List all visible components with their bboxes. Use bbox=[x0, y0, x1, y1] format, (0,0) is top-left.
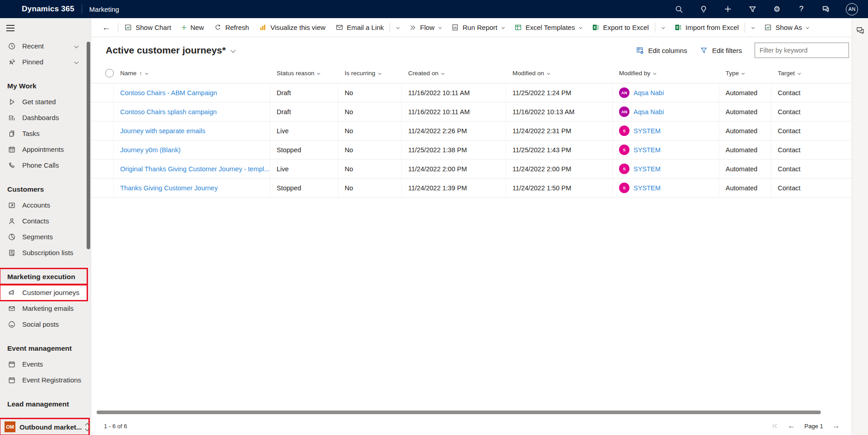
view-selector-chevron-icon[interactable] bbox=[230, 48, 235, 53]
excel-templates-button[interactable]: Excel Templates bbox=[509, 20, 587, 35]
table-row[interactable]: Contoso Chairs - ABM Campaign Draft No 1… bbox=[91, 83, 852, 102]
chevron-down-icon bbox=[751, 26, 755, 29]
email-a-link-button[interactable]: Email a Link bbox=[331, 20, 389, 35]
excel-x-icon bbox=[674, 24, 682, 31]
table-row[interactable]: Journey y0m (Blank) Stopped No 11/25/202… bbox=[91, 140, 852, 160]
sidebar-item-events[interactable]: Events bbox=[0, 356, 87, 372]
record-link[interactable]: Contoso Chairs splash campaign bbox=[120, 108, 217, 116]
record-link[interactable]: Journey with separate emails bbox=[120, 127, 205, 135]
pages-icon bbox=[7, 129, 16, 138]
visualize-this-view-button[interactable]: Visualize this view bbox=[254, 20, 330, 35]
edit-columns-button[interactable]: Edit columns bbox=[636, 46, 687, 54]
export-to-excel-button[interactable]: Export to Excel bbox=[587, 20, 654, 35]
show-as-button[interactable]: Show As bbox=[759, 20, 814, 35]
flow-button[interactable]: Flow bbox=[404, 20, 446, 35]
filter-icon[interactable] bbox=[748, 5, 757, 14]
sidebar-item-dashboards[interactable]: Dashboards bbox=[0, 110, 87, 126]
sidebar-item-pinned[interactable]: Pinned bbox=[0, 54, 87, 70]
menu-icon[interactable] bbox=[0, 18, 91, 38]
sidebar-item-contacts[interactable]: Contacts bbox=[0, 213, 87, 229]
sidebar-scrollbar[interactable] bbox=[87, 42, 90, 249]
sidebar-section-my-work: My Work bbox=[0, 78, 87, 94]
column-header-target[interactable]: Target bbox=[771, 63, 852, 83]
sidebar-item-event-registrations[interactable]: Event Registrations bbox=[0, 372, 87, 388]
import-from-excel-more-button[interactable] bbox=[746, 20, 759, 35]
side-pane-rail bbox=[852, 18, 868, 435]
column-header-is-recurring[interactable]: Is recurring bbox=[338, 63, 402, 83]
column-header-created-on[interactable]: Created on bbox=[402, 63, 506, 83]
record-link[interactable]: Original Thanks Giving Customer Journey … bbox=[120, 165, 269, 173]
sidebar-item-subscription-lists[interactable]: Subscription lists bbox=[0, 245, 87, 261]
scrollbar-thumb[interactable] bbox=[97, 411, 821, 414]
user-link[interactable]: SYSTEM bbox=[634, 146, 661, 154]
app-name[interactable]: Marketing bbox=[89, 5, 119, 13]
table-body: Contoso Chairs - ABM Campaign Draft No 1… bbox=[91, 83, 852, 198]
nav-divider bbox=[82, 5, 82, 14]
settings-gear-icon[interactable]: ⚙ bbox=[772, 5, 781, 14]
table-row[interactable]: Original Thanks Giving Customer Journey … bbox=[91, 160, 852, 179]
user-avatar[interactable]: AN bbox=[846, 3, 858, 15]
sidebar-item-recent[interactable]: Recent bbox=[0, 38, 87, 54]
area-switcher-outbound-marketing[interactable]: OM Outbound market... bbox=[0, 419, 89, 435]
sidebar-item-social-posts[interactable]: Social posts bbox=[0, 316, 87, 332]
back-arrow-icon[interactable]: ← bbox=[96, 23, 117, 33]
column-header-modified-on[interactable]: Modified on bbox=[506, 63, 613, 83]
help-icon[interactable]: ? bbox=[797, 5, 806, 14]
sidebar-item-customer-journeys[interactable]: Customer journeys bbox=[0, 285, 87, 300]
user-link[interactable]: Aqsa Nabi bbox=[634, 108, 664, 116]
email-a-link-more-button[interactable] bbox=[391, 20, 404, 35]
user-link[interactable]: SYSTEM bbox=[634, 165, 661, 173]
sidebar-item-phone-calls[interactable]: Phone Calls bbox=[0, 157, 87, 173]
first-page-icon[interactable] bbox=[771, 422, 779, 430]
table-row[interactable]: Journey with separate emails Live No 11/… bbox=[91, 121, 852, 140]
table-row[interactable]: Contoso Chairs splash campaign Draft No … bbox=[91, 102, 852, 121]
user-link[interactable]: SYSTEM bbox=[634, 127, 661, 135]
person-icon bbox=[7, 217, 16, 226]
filter-by-keyword-input[interactable] bbox=[755, 43, 849, 58]
play-icon bbox=[7, 97, 16, 106]
new-button[interactable]: + New bbox=[176, 20, 209, 35]
chevron-down-icon[interactable] bbox=[74, 44, 79, 48]
search-icon[interactable] bbox=[674, 5, 683, 14]
area-badge: OM bbox=[5, 421, 15, 432]
dynamics-365-logo[interactable]: Dynamics 365 bbox=[22, 5, 74, 14]
lightbulb-icon[interactable] bbox=[699, 5, 708, 14]
select-all-checkbox[interactable] bbox=[91, 63, 114, 83]
import-from-excel-button[interactable]: Import from Excel bbox=[669, 20, 744, 35]
sidebar-item-accounts[interactable]: Accounts bbox=[0, 197, 87, 213]
chevron-down-icon bbox=[502, 26, 505, 29]
chevron-down-icon bbox=[662, 26, 665, 29]
chevron-down-icon bbox=[653, 72, 656, 75]
run-report-button[interactable]: Run Report bbox=[446, 20, 509, 35]
column-header-name[interactable]: Name↑ bbox=[114, 63, 270, 83]
column-header-modified-by[interactable]: Modified by bbox=[613, 63, 719, 83]
column-header-status-reason[interactable]: Status reason bbox=[270, 63, 338, 83]
record-link[interactable]: Thanks Giving Customer Journey bbox=[120, 184, 218, 192]
feedback-chat-icon[interactable] bbox=[821, 5, 830, 14]
horizontal-scrollbar[interactable] bbox=[95, 411, 839, 414]
user-link[interactable]: SYSTEM bbox=[634, 184, 661, 192]
export-to-excel-more-button[interactable] bbox=[656, 20, 669, 35]
previous-page-icon[interactable]: ← bbox=[788, 421, 795, 430]
refresh-arrow-icon bbox=[214, 24, 222, 31]
record-link[interactable]: Contoso Chairs - ABM Campaign bbox=[120, 89, 217, 97]
avatar: S bbox=[619, 126, 629, 136]
record-link[interactable]: Journey y0m (Blank) bbox=[120, 146, 180, 154]
plus-icon[interactable] bbox=[723, 5, 732, 14]
column-header-type[interactable]: Type bbox=[719, 63, 771, 83]
edit-filters-button[interactable]: Edit filters bbox=[700, 46, 742, 54]
next-page-icon[interactable]: → bbox=[832, 421, 840, 430]
user-link[interactable]: Aqsa Nabi bbox=[634, 89, 664, 97]
table-row[interactable]: Thanks Giving Customer Journey Stopped N… bbox=[91, 179, 852, 198]
show-chart-button[interactable]: Show Chart bbox=[119, 20, 176, 35]
sidebar-item-get-started[interactable]: Get started bbox=[0, 94, 87, 110]
sidebar-item-marketing-emails[interactable]: Marketing emails bbox=[0, 300, 87, 316]
report-doc-icon bbox=[451, 24, 459, 31]
refresh-button[interactable]: Refresh bbox=[209, 20, 254, 35]
page-title[interactable]: Active customer journeys* bbox=[106, 45, 226, 56]
chevron-down-icon[interactable] bbox=[74, 60, 79, 64]
sidebar-item-appointments[interactable]: Appointments bbox=[0, 141, 87, 157]
sidebar-item-segments[interactable]: Segments bbox=[0, 229, 87, 245]
related-conversations-icon[interactable] bbox=[855, 25, 866, 36]
sidebar-item-tasks[interactable]: Tasks bbox=[0, 126, 87, 141]
